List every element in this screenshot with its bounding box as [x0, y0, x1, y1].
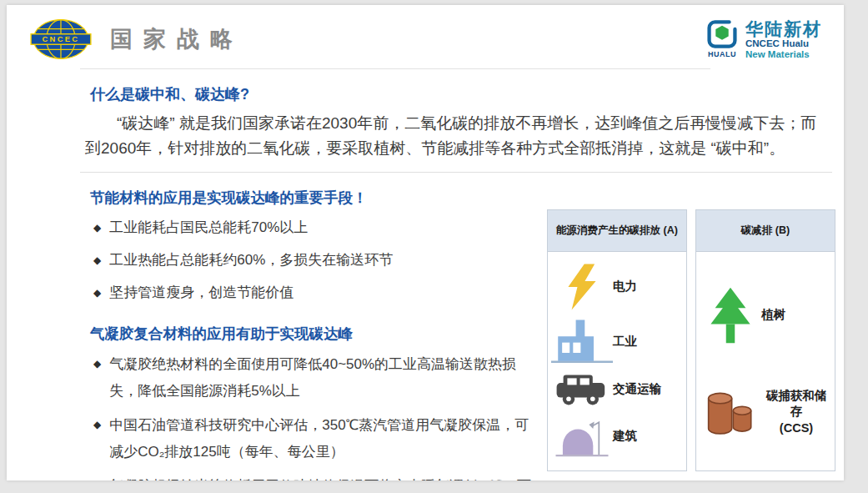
diagram-row-industry: 工业: [551, 317, 683, 365]
section-2-heading: 节能材料的应用是实现碳达峰的重要手段！: [90, 188, 535, 208]
list-item: ◆ 工业热能占总能耗约60%，多损失在输送环节: [93, 248, 535, 273]
diagram-row-ccs: 碳捕获和储存 (CCS): [700, 388, 831, 437]
bullet-text: 工业能耗占国民总能耗70%以上: [109, 215, 308, 240]
diagram-panels: 能源消费产生的碳排放 (A) 电力: [547, 209, 835, 480]
slide-header: CNCEC 国家战略 HUALU 华陆新材 CNCEC Hualu New Ma…: [7, 5, 844, 63]
factory-icon: [551, 317, 613, 365]
intro-paragraph: “碳达峰” 就是我们国家承诺在2030年前，二氧化碳的排放不再增长，达到峰值之后…: [85, 111, 832, 161]
page-title: 国家战略: [110, 24, 243, 54]
diagram-row-tree: 植树: [700, 286, 831, 345]
list-item: ◆ 气凝胶绝热材料的全面使用可降低40~50%的工业高温输送散热损失，降低全国能…: [93, 351, 535, 405]
section-3-bullets: ◆ 气凝胶绝热材料的全面使用可降低40~50%的工业高温输送散热损失，降低全国能…: [87, 351, 535, 480]
ccs-label-line1: 碳捕获和储存: [761, 388, 831, 420]
intro-heading: 什么是碳中和、碳达峰?: [90, 84, 832, 104]
panel-a-title: 能源消费产生的碳排放 (A): [548, 210, 686, 252]
hualu-logo-icon: HUALU: [705, 19, 740, 58]
diagram-row-building: 建筑: [551, 413, 683, 460]
panel-carbon-emissions: 能源消费产生的碳排放 (A) 电力: [547, 209, 687, 471]
diagram-label: 建筑: [613, 428, 637, 445]
barrels-icon: [700, 389, 761, 435]
bullet-text: 坚持管道瘦身，创造节能价值: [109, 280, 294, 305]
diagram-label: 碳捕获和储存 (CCS): [761, 388, 831, 437]
diamond-bullet-icon: ◆: [93, 473, 101, 480]
diamond-bullet-icon: ◆: [93, 248, 101, 273]
hualu-mark-text: HUALU: [705, 50, 740, 58]
diamond-bullet-icon: ◆: [93, 412, 101, 465]
bullet-text: 气凝胶超级纳米绝热板用于修建墙体保温可将室内暖气调低5 ℃，可减少二氧化碳排放1…: [109, 473, 535, 480]
intro-section: 什么是碳中和、碳达峰? “碳达峰” 就是我们国家承诺在2030年前，二氧化碳的排…: [7, 69, 844, 161]
ccs-label-line2: (CCS): [761, 420, 831, 437]
hualu-name-en2: New Materials: [745, 49, 822, 59]
list-item: ◆ 工业能耗占国民总能耗70%以上: [93, 215, 535, 240]
diagram-label: 工业: [613, 334, 637, 350]
list-item: ◆ 坚持管道瘦身，创造节能价值: [93, 280, 535, 305]
section-3-heading: 气凝胶复合材料的应用有助于实现碳达峰: [90, 324, 535, 344]
diagram-label: 电力: [613, 279, 637, 295]
panel-carbon-reduction: 碳减排 (B) 植树: [695, 209, 835, 471]
dome-building-icon: [551, 413, 613, 460]
cncec-logo-text: CNCEC: [43, 36, 80, 44]
bullet-text: 气凝胶绝热材料的全面使用可降低40~50%的工业高温输送散热损失，降低全国能源消…: [109, 351, 535, 405]
diamond-bullet-icon: ◆: [93, 351, 101, 405]
section-2-bullets: ◆ 工业能耗占国民总能耗70%以上 ◆ 工业热能占总能耗约60%，多损失在输送环…: [87, 215, 535, 305]
cncec-logo-icon: CNCEC: [28, 18, 93, 61]
car-icon: [551, 372, 613, 407]
list-item: ◆ 中国石油管道科技研究中心评估，350℃蒸汽管道用气凝胶保温，可减少CO₂排放…: [93, 412, 535, 465]
diagram-row-electricity: 电力: [551, 263, 683, 311]
hualu-logo: HUALU 华陆新材 CNCEC Hualu New Materials: [705, 19, 822, 59]
lightning-icon: [551, 263, 613, 311]
bullet-text: 中国石油管道科技研究中心评估，350℃蒸汽管道用气凝胶保温，可减少CO₂排放12…: [109, 412, 535, 465]
panel-b-title: 碳减排 (B): [696, 210, 835, 252]
slide: CNCEC 国家战略 HUALU 华陆新材 CNCEC Hualu New Ma…: [7, 5, 844, 480]
text-column: 节能材料的应用是实现碳达峰的重要手段！ ◆ 工业能耗占国民总能耗70%以上 ◆ …: [87, 184, 547, 480]
diagram-row-transport: 交通运输: [551, 372, 683, 407]
main-content: 节能材料的应用是实现碳达峰的重要手段！ ◆ 工业能耗占国民总能耗70%以上 ◆ …: [7, 173, 844, 480]
diamond-bullet-icon: ◆: [93, 215, 101, 240]
list-item: ◆ 气凝胶超级纳米绝热板用于修建墙体保温可将室内暖气调低5 ℃，可减少二氧化碳排…: [93, 473, 535, 480]
bullet-text: 工业热能占总能耗约60%，多损失在输送环节: [109, 248, 393, 273]
diagram-label: 植树: [761, 307, 785, 324]
hualu-name-en1: CNCEC Hualu: [745, 38, 822, 48]
tree-icon: [700, 286, 761, 345]
hualu-name-cn: 华陆新材: [745, 20, 822, 39]
diagram-label: 交通运输: [613, 381, 661, 398]
diamond-bullet-icon: ◆: [93, 280, 101, 305]
